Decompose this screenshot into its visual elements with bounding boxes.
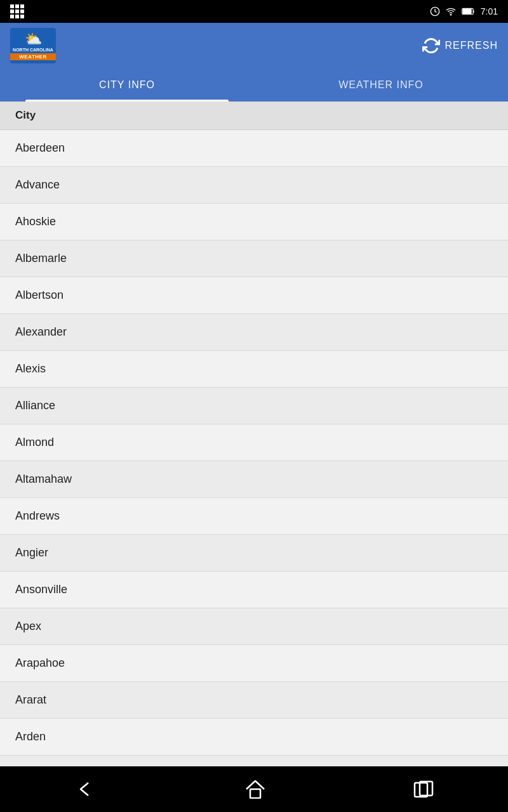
refresh-label: REFRESH bbox=[445, 40, 498, 51]
app-bar: ⛅ NORTH CAROLINA WEATHER REFRESH bbox=[0, 23, 508, 69]
recent-icon bbox=[413, 780, 434, 798]
city-item[interactable]: Andrews bbox=[0, 498, 508, 535]
city-item[interactable]: Alexander bbox=[0, 314, 508, 351]
tab-city-info[interactable]: CITY INFO bbox=[0, 69, 254, 102]
refresh-button[interactable]: REFRESH bbox=[422, 37, 498, 55]
city-item[interactable]: Apex bbox=[0, 608, 508, 645]
back-button[interactable] bbox=[67, 773, 105, 806]
svg-rect-3 bbox=[462, 9, 471, 14]
back-icon bbox=[74, 780, 97, 798]
weather-cloud-icon: ⛅ bbox=[25, 31, 42, 48]
city-item[interactable]: Ash bbox=[0, 756, 508, 766]
city-item[interactable]: Albemarle bbox=[0, 240, 508, 277]
tab-weather-info[interactable]: WEATHER INFO bbox=[254, 69, 508, 102]
city-item[interactable]: Albertson bbox=[0, 277, 508, 314]
status-bar-left bbox=[10, 4, 24, 18]
app-logo-bottom-text: WEATHER bbox=[10, 53, 56, 60]
status-time: 7:01 bbox=[481, 6, 498, 16]
city-list-header: City bbox=[0, 102, 508, 130]
city-item[interactable]: Aberdeen bbox=[0, 130, 508, 167]
status-bar-right: 7:01 bbox=[430, 6, 498, 16]
city-item[interactable]: Almond bbox=[0, 424, 508, 461]
city-item[interactable]: Alexis bbox=[0, 351, 508, 388]
svg-point-1 bbox=[450, 15, 451, 15]
city-item[interactable]: Arapahoe bbox=[0, 645, 508, 682]
svg-rect-4 bbox=[250, 789, 260, 798]
status-bar: 7:01 bbox=[0, 0, 508, 23]
home-icon bbox=[245, 780, 265, 799]
city-list-container[interactable]: City AberdeenAdvanceAhoskieAlbemarleAlbe… bbox=[0, 102, 508, 766]
city-item[interactable]: Arden bbox=[0, 719, 508, 756]
city-item[interactable]: Advance bbox=[0, 167, 508, 204]
recent-button[interactable] bbox=[406, 773, 441, 806]
app-logo: ⛅ NORTH CAROLINA WEATHER bbox=[10, 28, 56, 63]
clock-icon bbox=[430, 6, 440, 16]
refresh-icon bbox=[422, 37, 440, 55]
battery-icon bbox=[462, 7, 476, 16]
city-item[interactable]: Altamahaw bbox=[0, 461, 508, 498]
home-button[interactable] bbox=[237, 772, 273, 806]
nav-bar bbox=[0, 766, 508, 812]
city-list: AberdeenAdvanceAhoskieAlbemarleAlbertson… bbox=[0, 130, 508, 766]
grid-icon bbox=[10, 4, 24, 18]
app-logo-text: NORTH CAROLINA bbox=[13, 48, 53, 53]
city-item[interactable]: Ahoskie bbox=[0, 204, 508, 240]
tab-bar: CITY INFO WEATHER INFO bbox=[0, 69, 508, 102]
city-item[interactable]: Ansonville bbox=[0, 572, 508, 608]
city-item[interactable]: Angier bbox=[0, 535, 508, 572]
wifi-icon bbox=[445, 6, 457, 16]
city-item[interactable]: Alliance bbox=[0, 388, 508, 424]
svg-rect-5 bbox=[415, 783, 427, 797]
city-item[interactable]: Ararat bbox=[0, 682, 508, 719]
svg-rect-6 bbox=[420, 782, 432, 796]
